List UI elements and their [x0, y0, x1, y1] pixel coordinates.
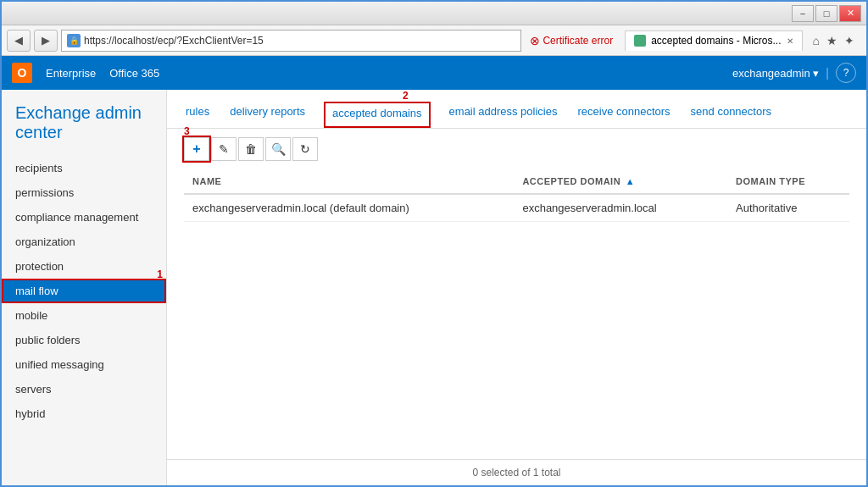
- col-domain-type: DOMAIN TYPE: [727, 169, 849, 194]
- domains-table: NAME ACCEPTED DOMAIN ▲ DOMAIN TYPE: [184, 169, 849, 222]
- table-row[interactable]: exchangeserveradmin.local (default domai…: [184, 194, 849, 222]
- sidebar-item-mailflow[interactable]: mail flow: [2, 279, 166, 303]
- table-body: exchangeserveradmin.local (default domai…: [184, 194, 849, 222]
- content-area: 2 rules delivery reports accepted domain…: [167, 90, 866, 485]
- search-button[interactable]: 🔍: [265, 137, 291, 161]
- sidebar: Exchange admin center recipients permiss…: [2, 90, 167, 485]
- tab-close-button[interactable]: ✕: [787, 36, 793, 46]
- data-table: NAME ACCEPTED DOMAIN ▲ DOMAIN TYPE: [167, 169, 866, 459]
- tab-email-address-policies[interactable]: email address policies: [448, 100, 559, 128]
- sidebar-item-unifiedmessaging[interactable]: unified messaging: [2, 352, 166, 377]
- toolbar: 3 + ✎ 🗑 🔍 ↻: [167, 129, 866, 169]
- forward-button[interactable]: ▶: [34, 30, 58, 52]
- table-footer: 0 selected of 1 total: [167, 459, 866, 485]
- app-header: O Enterprise Office 365 exchangeadmin ▾ …: [2, 56, 866, 90]
- help-button[interactable]: ?: [836, 63, 856, 83]
- close-button[interactable]: ✕: [839, 5, 861, 22]
- cell-accepted-domain: exchangeserveradmin.local: [514, 194, 727, 222]
- sidebar-item-protection[interactable]: protection: [2, 254, 166, 279]
- sidebar-item-servers[interactable]: servers: [2, 377, 166, 401]
- tab-receive-connectors[interactable]: receive connectors: [576, 100, 671, 128]
- url-box[interactable]: 🔒 https://localhost/ecp/?ExchClientVer=1…: [61, 30, 521, 52]
- cert-error-label: Certificate error: [542, 35, 613, 47]
- address-bar: ◀ ▶ 🔒 https://localhost/ecp/?ExchClientV…: [2, 25, 866, 56]
- sidebar-mailflow-wrapper: mail flow 1: [2, 279, 166, 303]
- sidebar-item-publicfolders[interactable]: public folders: [2, 328, 166, 352]
- page-title: Exchange admin center: [2, 98, 166, 156]
- url-favicon: 🔒: [67, 34, 81, 47]
- tab-bar: accepted domains - Micros... ✕: [625, 30, 802, 51]
- office365-link[interactable]: Office 365: [109, 67, 159, 80]
- favorites-icon[interactable]: ★: [826, 34, 837, 47]
- tab-favicon: [634, 35, 646, 47]
- tab-delivery-reports[interactable]: delivery reports: [228, 100, 307, 128]
- sort-icon: ▲: [626, 176, 635, 186]
- tab-rules[interactable]: rules: [184, 100, 211, 128]
- back-button[interactable]: ◀: [7, 30, 31, 52]
- cert-error-icon: ⊗: [530, 34, 540, 47]
- browser-tab[interactable]: accepted domains - Micros... ✕: [625, 30, 802, 51]
- title-bar: − □ ✕: [2, 2, 866, 25]
- office-logo: O: [12, 63, 32, 83]
- browser-window: − □ ✕ ◀ ▶ 🔒 https://localhost/ecp/?ExchC…: [0, 0, 868, 487]
- sidebar-item-organization[interactable]: organization: [2, 230, 166, 254]
- window-controls: − □ ✕: [792, 5, 861, 22]
- col-name: NAME: [184, 169, 514, 194]
- user-menu: exchangeadmin ▾ | ?: [732, 63, 856, 83]
- cell-domain-type: Authoritative: [727, 194, 849, 222]
- sidebar-item-permissions[interactable]: permissions: [2, 180, 166, 205]
- app-header-links: Enterprise Office 365: [46, 67, 159, 80]
- col-accepted-domain: ACCEPTED DOMAIN ▲: [514, 169, 727, 194]
- edit-button[interactable]: ✎: [211, 137, 236, 161]
- maximize-button[interactable]: □: [815, 5, 837, 22]
- settings-icon[interactable]: ✦: [844, 34, 854, 47]
- nav-tabs: 2 rules delivery reports accepted domain…: [167, 90, 866, 129]
- user-dropdown[interactable]: exchangeadmin ▾: [732, 67, 819, 80]
- minimize-button[interactable]: −: [792, 5, 814, 22]
- annotation-num-2: 2: [403, 90, 409, 102]
- enterprise-link[interactable]: Enterprise: [46, 67, 96, 80]
- app-body: Exchange admin center recipients permiss…: [2, 90, 866, 485]
- tab-label: accepted domains - Micros...: [651, 35, 781, 47]
- tab-accepted-domains[interactable]: accepted domains: [324, 102, 431, 128]
- url-text: https://localhost/ecp/?ExchClientVer=15: [84, 35, 515, 47]
- table-header: NAME ACCEPTED DOMAIN ▲ DOMAIN TYPE: [184, 169, 849, 194]
- browser-toolbar: ⌂ ★ ✦: [813, 34, 861, 47]
- refresh-button[interactable]: ↻: [292, 137, 318, 161]
- cert-error: ⊗ Certificate error: [525, 34, 618, 47]
- cell-name: exchangeserveradmin.local (default domai…: [184, 194, 514, 222]
- selection-count: 0 selected of 1 total: [472, 467, 560, 479]
- sidebar-item-hybrid[interactable]: hybrid: [2, 401, 166, 426]
- sidebar-item-recipients[interactable]: recipients: [2, 156, 166, 180]
- add-button[interactable]: +: [184, 137, 209, 161]
- delete-button[interactable]: 🗑: [238, 137, 264, 161]
- home-icon[interactable]: ⌂: [813, 34, 820, 47]
- sidebar-item-compliance[interactable]: compliance management: [2, 205, 166, 230]
- sidebar-item-mobile[interactable]: mobile: [2, 303, 166, 328]
- tab-send-connectors[interactable]: send connectors: [689, 100, 773, 128]
